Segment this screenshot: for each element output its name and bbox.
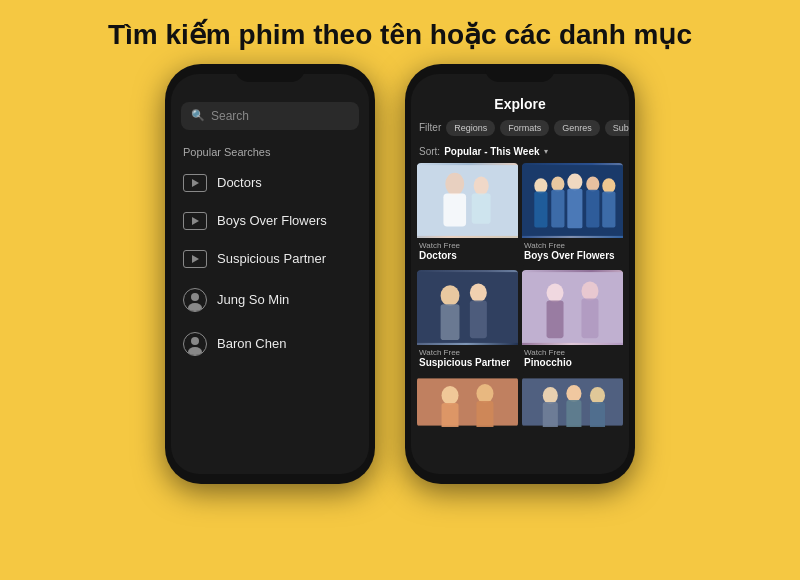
svg-point-3 bbox=[474, 176, 489, 195]
search-item-label: Jung So Min bbox=[217, 292, 289, 307]
watch-free-badge: Watch Free bbox=[419, 241, 516, 250]
explore-screen: Explore Filter Regions Formats Genres Su… bbox=[411, 74, 629, 474]
play-triangle-icon bbox=[192, 255, 199, 263]
show-card-doctors[interactable]: Watch Free Doctors bbox=[417, 163, 518, 266]
shows-grid: Watch Free Doctors bbox=[411, 163, 629, 373]
svg-rect-30 bbox=[476, 401, 493, 427]
filter-label: Filter bbox=[419, 122, 441, 133]
boys-thumbnail-svg bbox=[522, 163, 623, 238]
svg-rect-25 bbox=[581, 298, 598, 338]
list-item[interactable]: Baron Chen bbox=[171, 322, 369, 366]
svg-rect-16 bbox=[417, 272, 518, 343]
svg-rect-28 bbox=[442, 403, 459, 427]
left-phone-screen: 🔍 Search Popular Searches Doctors bbox=[171, 74, 369, 474]
left-phone-notch bbox=[235, 64, 305, 82]
show-title: Doctors bbox=[419, 250, 516, 261]
popular-searches-label: Popular Searches bbox=[171, 138, 369, 164]
play-triangle-icon bbox=[192, 217, 199, 225]
svg-point-32 bbox=[543, 386, 558, 403]
svg-rect-20 bbox=[470, 300, 487, 338]
left-phone: 🔍 Search Popular Searches Doctors bbox=[165, 64, 375, 484]
person-icon bbox=[183, 288, 207, 312]
list-item[interactable]: Suspicious Partner bbox=[171, 240, 369, 278]
svg-rect-23 bbox=[547, 300, 564, 338]
sort-bar: Sort: Popular - This Week ▾ bbox=[411, 142, 629, 163]
svg-rect-26 bbox=[417, 378, 518, 425]
page-headline: Tìm kiếm phim theo tên hoặc các danh mục bbox=[0, 0, 800, 64]
show-card-boys[interactable]: Watch Free Boys Over Flowers bbox=[522, 163, 623, 266]
grid-info: Watch Free Pinocchio bbox=[522, 345, 623, 373]
svg-rect-11 bbox=[567, 188, 582, 228]
svg-point-17 bbox=[441, 285, 460, 306]
svg-rect-35 bbox=[566, 400, 581, 427]
right-phone-screen: Explore Filter Regions Formats Genres Su… bbox=[411, 74, 629, 474]
show-title: Suspicious Partner bbox=[419, 357, 516, 368]
search-item-label: Baron Chen bbox=[217, 336, 286, 351]
doctors-thumbnail-svg bbox=[417, 163, 518, 238]
search-bar[interactable]: 🔍 Search bbox=[181, 102, 359, 130]
svg-rect-15 bbox=[602, 191, 615, 227]
filter-subtitles[interactable]: Subt bbox=[605, 120, 629, 136]
svg-point-14 bbox=[602, 178, 615, 193]
phones-container: 🔍 Search Popular Searches Doctors bbox=[0, 64, 800, 484]
list-item[interactable]: Boys Over Flowers bbox=[171, 202, 369, 240]
sort-value[interactable]: Popular - This Week bbox=[444, 146, 539, 157]
video-icon bbox=[183, 174, 207, 192]
svg-point-24 bbox=[581, 281, 598, 300]
grid-info: Watch Free Suspicious Partner bbox=[417, 345, 518, 373]
chevron-down-icon: ▾ bbox=[544, 147, 548, 156]
pinocchio-thumbnail-svg bbox=[522, 270, 623, 345]
svg-point-1 bbox=[445, 172, 464, 195]
watch-free-badge: Watch Free bbox=[524, 348, 621, 357]
sort-prefix: Sort: bbox=[419, 146, 440, 157]
list-item[interactable]: Doctors bbox=[171, 164, 369, 202]
list-item[interactable]: Jung So Min bbox=[171, 278, 369, 322]
svg-rect-2 bbox=[443, 193, 466, 226]
filter-bar: Filter Regions Formats Genres Subt bbox=[411, 120, 629, 142]
search-item-label: Doctors bbox=[217, 175, 262, 190]
thumb-suspicious bbox=[417, 270, 518, 345]
svg-point-8 bbox=[551, 176, 564, 191]
svg-point-12 bbox=[586, 176, 599, 191]
filter-formats[interactable]: Formats bbox=[500, 120, 549, 136]
search-item-label: Boys Over Flowers bbox=[217, 213, 327, 228]
thumb-boys bbox=[522, 163, 623, 238]
svg-rect-37 bbox=[590, 402, 605, 427]
search-item-label: Suspicious Partner bbox=[217, 251, 326, 266]
svg-rect-33 bbox=[543, 402, 558, 427]
svg-point-36 bbox=[590, 386, 605, 403]
right-phone: Explore Filter Regions Formats Genres Su… bbox=[405, 64, 635, 484]
svg-rect-21 bbox=[522, 272, 623, 343]
watch-free-badge: Watch Free bbox=[524, 241, 621, 250]
search-icon: 🔍 bbox=[191, 109, 205, 122]
svg-point-22 bbox=[547, 283, 564, 302]
filter-genres[interactable]: Genres bbox=[554, 120, 600, 136]
partial-row bbox=[411, 373, 629, 427]
svg-point-34 bbox=[566, 385, 581, 402]
partial-right-svg bbox=[522, 377, 623, 427]
partial-left-svg bbox=[417, 377, 518, 427]
suspicious-thumbnail-svg bbox=[417, 270, 518, 345]
thumb-doctors bbox=[417, 163, 518, 238]
svg-rect-0 bbox=[417, 165, 518, 236]
show-card-suspicious[interactable]: Watch Free Suspicious Partner bbox=[417, 270, 518, 373]
grid-info: Watch Free Doctors bbox=[417, 238, 518, 266]
search-screen: 🔍 Search Popular Searches Doctors bbox=[171, 74, 369, 474]
partial-thumb-right bbox=[522, 377, 623, 427]
svg-point-10 bbox=[567, 173, 582, 190]
video-icon bbox=[183, 250, 207, 268]
filter-regions[interactable]: Regions bbox=[446, 120, 495, 136]
thumb-pinocchio bbox=[522, 270, 623, 345]
svg-rect-18 bbox=[441, 304, 460, 340]
svg-point-19 bbox=[470, 283, 487, 302]
grid-info: Watch Free Boys Over Flowers bbox=[522, 238, 623, 266]
play-triangle-icon bbox=[192, 179, 199, 187]
svg-point-6 bbox=[534, 178, 547, 193]
svg-rect-7 bbox=[534, 191, 547, 227]
video-icon bbox=[183, 212, 207, 230]
person-icon bbox=[183, 332, 207, 356]
show-title: Boys Over Flowers bbox=[524, 250, 621, 261]
show-card-pinocchio[interactable]: Watch Free Pinocchio bbox=[522, 270, 623, 373]
show-title: Pinocchio bbox=[524, 357, 621, 368]
svg-rect-13 bbox=[586, 189, 599, 227]
